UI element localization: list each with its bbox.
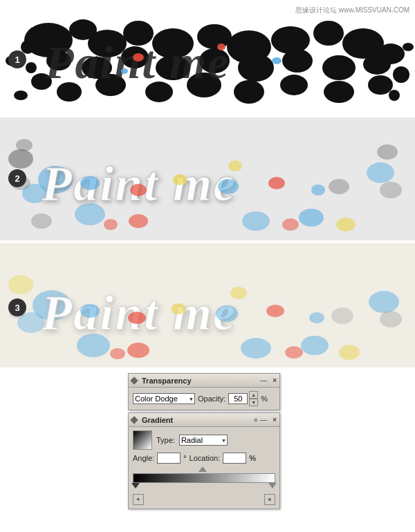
- svg-point-18: [322, 55, 356, 80]
- svg-point-84: [171, 303, 186, 314]
- opacity-steppers: ▲ ▼: [249, 391, 258, 406]
- gradient-end-handle[interactable]: [268, 483, 277, 488]
- svg-text:Paint me: Paint me: [44, 36, 230, 88]
- transparency-close-button[interactable]: ×: [273, 377, 277, 384]
- gradient-panel-header: Gradient ≡ — ×: [129, 413, 279, 427]
- svg-point-70: [369, 291, 399, 313]
- gradient-type-label: Type:: [156, 436, 175, 444]
- svg-point-59: [173, 174, 187, 185]
- svg-point-80: [331, 307, 353, 324]
- svg-point-39: [121, 68, 128, 74]
- transparency-panel-header: Transparency — ×: [129, 374, 279, 388]
- step3-area: 3 Paint me: [0, 243, 415, 368]
- svg-point-64: [16, 139, 33, 151]
- panels-area: Transparency — × Normal Multiply Screen …: [128, 373, 280, 511]
- gradient-bar: [133, 473, 275, 483]
- svg-point-73: [127, 343, 149, 358]
- gradient-slider-container: [133, 466, 275, 493]
- gradient-bottom-handles: [133, 483, 275, 493]
- svg-point-87: [309, 312, 324, 323]
- svg-point-52: [282, 218, 299, 231]
- svg-point-17: [282, 49, 313, 73]
- svg-point-38: [217, 44, 225, 50]
- svg-point-63: [8, 149, 33, 169]
- svg-point-32: [389, 90, 400, 101]
- step3-badge: 3: [8, 298, 26, 316]
- svg-point-54: [329, 179, 349, 194]
- svg-point-40: [272, 57, 282, 64]
- transparency-row: Normal Multiply Screen Overlay Color Dod…: [133, 391, 275, 406]
- svg-point-60: [218, 179, 239, 194]
- svg-point-82: [80, 304, 100, 318]
- svg-point-49: [242, 211, 270, 231]
- gradient-minimize-button[interactable]: —: [260, 416, 267, 424]
- gradient-panel-controls: ≡ — ×: [254, 416, 277, 424]
- gradient-type-row: Type: Linear Radial ▼: [133, 430, 275, 450]
- step2-area: 2 Paint me: [0, 117, 415, 240]
- opacity-input[interactable]: [228, 393, 248, 404]
- opacity-up-button[interactable]: ▲: [249, 391, 258, 399]
- percent-label: %: [261, 395, 268, 403]
- blend-mode-select[interactable]: Normal Multiply Screen Overlay Color Dod…: [133, 393, 195, 404]
- step2-badge: 2: [8, 169, 26, 187]
- svg-point-62: [311, 184, 325, 196]
- gradient-delete-stop-button[interactable]: ×: [264, 494, 275, 505]
- svg-point-83: [128, 312, 146, 324]
- gradient-angle-unit: °: [183, 454, 186, 462]
- svg-point-76: [301, 336, 329, 355]
- gradient-midpoint-handle[interactable]: [199, 466, 207, 472]
- svg-text:Paint me: Paint me: [41, 156, 237, 211]
- svg-point-86: [266, 305, 284, 317]
- svg-point-74: [110, 348, 125, 359]
- gradient-angle-input[interactable]: [157, 453, 181, 464]
- step1-badge: 1: [8, 50, 26, 68]
- svg-point-75: [241, 338, 271, 359]
- gradient-icon-row: + ×: [133, 494, 275, 505]
- svg-point-77: [339, 345, 360, 360]
- transparency-minimize-button[interactable]: —: [260, 377, 267, 384]
- gradient-angle-label: Angle:: [133, 454, 154, 462]
- gradient-location-unit: %: [249, 454, 256, 462]
- gradient-start-handle[interactable]: [131, 483, 140, 488]
- svg-point-78: [285, 346, 303, 359]
- watermark: 思缘设计论坛 www.MISSVUAN.COM: [295, 6, 409, 15]
- transparency-panel: Transparency — × Normal Multiply Screen …: [128, 373, 280, 410]
- svg-point-69: [8, 275, 33, 294]
- svg-point-28: [368, 75, 393, 95]
- step2-canvas: Paint me: [0, 117, 415, 240]
- gradient-panel: Gradient ≡ — × Type: Linear Radial ▼: [128, 412, 280, 509]
- svg-point-85: [216, 305, 238, 322]
- svg-point-27: [324, 81, 354, 103]
- opacity-down-button[interactable]: ▼: [249, 399, 258, 406]
- svg-point-47: [129, 214, 148, 228]
- opacity-label: Opacity:: [198, 395, 225, 403]
- gradient-location-label: Location:: [190, 454, 221, 462]
- gradient-type-select[interactable]: Linear Radial: [179, 435, 228, 446]
- svg-point-57: [80, 176, 100, 190]
- svg-point-51: [336, 218, 356, 231]
- svg-point-37: [133, 53, 144, 61]
- transparency-panel-body: Normal Multiply Screen Overlay Color Dod…: [129, 388, 279, 410]
- gradient-add-stop-button[interactable]: +: [133, 494, 144, 505]
- svg-point-61: [268, 177, 285, 189]
- gradient-menu-button[interactable]: ≡: [254, 417, 257, 424]
- svg-point-34: [14, 91, 28, 100]
- svg-point-26: [280, 75, 308, 95]
- svg-point-35: [403, 43, 414, 51]
- transparency-panel-controls: — ×: [260, 377, 277, 384]
- svg-point-7: [271, 26, 310, 54]
- gradient-location-input[interactable]: [223, 453, 246, 464]
- gradient-panel-header-left: Gradient: [131, 416, 173, 424]
- gradient-top-handles: [133, 466, 275, 473]
- gradient-close-button[interactable]: ×: [273, 416, 277, 424]
- step1-area: 1: [0, 6, 415, 115]
- svg-point-30: [26, 62, 37, 73]
- svg-point-44: [367, 162, 394, 183]
- transparency-diamond-icon: [130, 377, 138, 384]
- transparency-panel-header-left: Transparency: [131, 377, 192, 385]
- gradient-diamond-icon: [130, 416, 138, 424]
- svg-point-45: [380, 182, 402, 198]
- svg-point-25: [234, 80, 264, 104]
- gradient-type-wrapper: Linear Radial ▼: [179, 435, 228, 446]
- svg-point-48: [104, 219, 118, 230]
